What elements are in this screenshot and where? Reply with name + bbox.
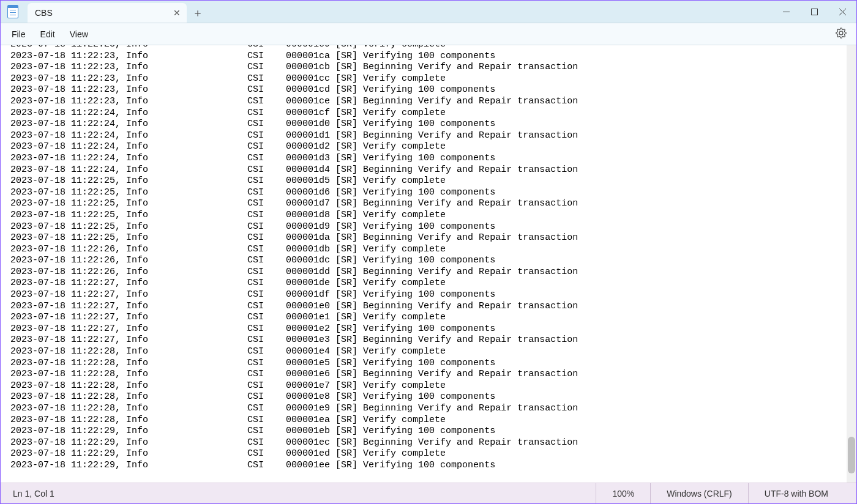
close-tab-icon[interactable]: ✕ xyxy=(173,8,181,18)
svg-rect-1 xyxy=(811,9,817,15)
app-icon xyxy=(1,1,25,23)
scrollbar-thumb[interactable] xyxy=(848,437,855,473)
menubar: File Edit View xyxy=(1,23,856,45)
minimize-button[interactable] xyxy=(772,1,800,23)
new-tab-button[interactable]: ＋ xyxy=(187,3,209,23)
status-line-ending[interactable]: Windows (CRLF) xyxy=(650,483,748,503)
menu-view[interactable]: View xyxy=(62,26,95,43)
statusbar: Ln 1, Col 1 100% Windows (CRLF) UTF-8 wi… xyxy=(1,483,856,503)
editor-content[interactable]: 2023-07-18 11:22:23, Info CSI 000001c9 [… xyxy=(1,45,588,472)
tab-title: CBS xyxy=(35,8,53,18)
titlebar: CBS ✕ ＋ xyxy=(1,1,856,23)
menu-edit[interactable]: Edit xyxy=(33,26,62,43)
notepad-icon xyxy=(7,5,18,18)
status-cursor-position: Ln 1, Col 1 xyxy=(13,489,596,498)
status-zoom[interactable]: 100% xyxy=(596,483,650,503)
text-editor[interactable]: 2023-07-18 11:22:23, Info CSI 000001c9 [… xyxy=(1,45,856,483)
menu-file[interactable]: File xyxy=(4,26,33,43)
gear-icon xyxy=(836,28,847,39)
settings-button[interactable] xyxy=(829,25,853,43)
maximize-button[interactable] xyxy=(800,1,828,23)
file-tab[interactable]: CBS ✕ xyxy=(28,3,187,23)
status-encoding[interactable]: UTF-8 with BOM xyxy=(748,483,844,503)
window-controls xyxy=(772,1,856,23)
close-window-button[interactable] xyxy=(828,1,856,23)
vertical-scrollbar[interactable] xyxy=(847,45,856,483)
